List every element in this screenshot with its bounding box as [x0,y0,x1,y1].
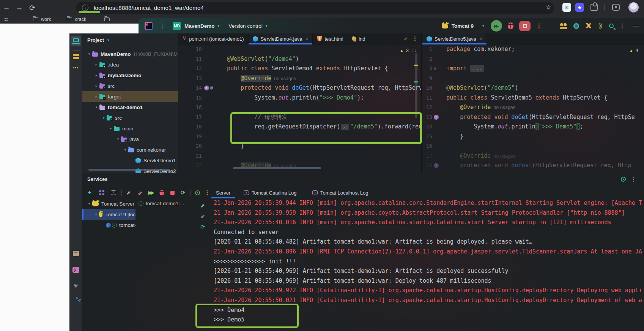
console-tab-tomcat-localhost-log[interactable]: ❯Tomcat Localhost Log [312,187,368,198]
artifact-status[interactable]: ✓ tomcat-demo1:... [139,201,195,206]
code-line[interactable]: 13 @Override no usages [178,74,421,84]
chevron-icon[interactable]: ▸ [93,95,99,98]
bookmark-item[interactable]: crack [67,17,86,22]
settings-wrench-icon[interactable] [585,22,592,29]
tree-item-src[interactable]: ▸<src [82,81,178,91]
run-button[interactable]: ▶▶ [491,20,502,32]
chevron-icon[interactable]: ▸ [93,84,99,88]
terminal-tool-icon[interactable]: ❯_ [72,267,79,273]
more-run-actions-kebab-icon[interactable]: ⋮ [536,22,542,29]
code-line[interactable]: 13↑ protected void doGet(HttpServletRequ… [422,112,644,122]
console-tab-tomcat-catalina-log[interactable]: ❯Tomcat Catalina Log [244,187,297,198]
code-with-me-icon[interactable] [560,23,568,29]
screenshot-icon[interactable] [612,4,620,11]
overrides-gutter-icon[interactable]: ↑ [204,86,209,90]
code-line[interactable]: 16 [178,103,421,112]
tree-item--idea[interactable]: ▸●.idea [82,59,178,70]
chevron-icon[interactable]: ▾ [93,105,99,109]
run-config-selector[interactable]: Tomcat 9 [452,23,474,29]
services-panel-title[interactable]: Services [87,176,108,182]
address-bar[interactable]: i localhost:8888/tomcat_demo1_war/demo4 [76,2,554,14]
editor-servletdemo5[interactable]: 1package com.xekoner;23❯import ...910@We… [422,44,644,173]
service-item-tomcat-9-loc[interactable]: ▾Tomcat 9 [loc [82,209,135,220]
tab-ind[interactable]: ind [348,33,370,44]
services-options-kebab-icon[interactable]: ⋮ [631,176,636,183]
tab-servletdemo5-java[interactable]: ServletDemo5.java× [422,33,487,44]
tree-item-src[interactable]: ▾<src [82,112,178,123]
log-line[interactable]: 21-Jan-2026 20:55:49.972 INFO [Catalina-… [211,286,644,296]
service-item-tomcat-c[interactable]: ✓tomcat-c [82,220,135,230]
chevron-icon[interactable]: ▾ [108,127,114,130]
log-line[interactable]: [2026-01-21 08:55:40,482] Artifact tomca… [211,237,644,247]
folder-icon[interactable] [104,17,110,21]
code-line[interactable]: 17 @Override no usages [422,151,644,161]
chevron-icon[interactable]: ▸ [93,73,99,77]
collapse-all-icon[interactable]: ⇙ [136,188,144,198]
code-line[interactable]: 16 [422,141,644,151]
code-line[interactable]: 9 [422,74,644,84]
log-line[interactable]: 21-Jan-2026 20:55:40.016 INFO [main] org… [211,218,644,228]
tab-test-html[interactable]: 5test.html [313,33,348,44]
profile-avatar[interactable] [628,2,639,13]
rerun-server-button[interactable]: ▶▶ [146,188,155,198]
service-item-tomcat-server[interactable]: ▾Tomcat Server [82,198,135,209]
tree-item-mavendemo[interactable]: ▾MavenDemoH:\0x0B_FUXIAN\Maven [82,49,178,59]
expand-icon[interactable]: ⇗ [403,36,407,41]
log-line[interactable]: Connected to server [211,228,644,238]
window-kebab-icon[interactable]: ⋮ [619,22,625,29]
code-line[interactable]: 10@WebServlet("/demo5") [422,83,644,93]
stop-button[interactable] [519,21,531,31]
project-tool-button[interactable] [71,36,81,46]
redeploy-button[interactable]: ⟳ [179,188,187,198]
forward-icon[interactable]: → [13,1,26,14]
more-tools-icon[interactable]: ••• [73,65,79,70]
overrides-gutter-icon[interactable]: ↑ [434,163,439,168]
chevron-icon[interactable]: ▾ [122,148,128,152]
chevron-icon[interactable]: ▾ [93,212,99,216]
close-icon[interactable]: × [480,36,482,41]
tab-servletdemo4-java[interactable]: ServletDemo4.java× [249,33,313,44]
undeploy-icon[interactable]: ⬋ [198,212,207,220]
console-tab-server[interactable]: Server [216,187,230,198]
close-icon[interactable]: × [305,36,308,41]
build-tool-icon[interactable] [73,251,79,256]
url-text[interactable]: localhost:8888/tomcat_demo1_war/demo4 [94,5,204,11]
tree-item-target[interactable]: ▸⊘target [82,91,178,102]
tree-item-tomcat-demo1[interactable]: ▾tomcat-demo1 [82,102,178,112]
log-line[interactable]: 21-Jan-2026 20:55:39.944 INFO [main] org… [211,198,644,208]
log-line[interactable]: >>>>>>>>>>>>>>> init !!! [211,257,644,267]
code-line[interactable]: 14 System.out.println(">>> Demo5"); [422,122,644,132]
project-badge[interactable]: MD [173,22,181,30]
tree-item-java[interactable]: ▾⚒java [82,134,178,144]
code-line[interactable]: 10 [178,44,421,54]
show-history-icon[interactable] [193,188,202,198]
refresh-icon[interactable]: ⟳ [198,223,207,231]
tree-item-com-xekoner[interactable]: ▾com.xekoner [82,144,178,155]
apps-grid-icon[interactable] [5,18,8,21]
code-line[interactable]: 14↑@ protected void doGet(HttpServletReq… [178,83,421,93]
deploy-icon[interactable]: ⬈ [198,201,207,210]
tree-item-servletdemo1[interactable]: ServletDemo1 [82,155,178,166]
vcs-widget[interactable]: Version control [228,23,262,29]
main-menu-kebab-icon[interactable]: ⋮ [159,22,165,29]
services-tool-icon[interactable] [73,54,79,59]
code-line[interactable]: 3❯import ... [422,64,644,74]
overrides-gutter-icon[interactable]: ↑ [434,115,439,120]
add-to-panel-icon[interactable]: + [109,188,118,198]
project-panel-title[interactable]: Project [87,37,104,43]
plugin-atom-icon[interactable] [597,23,603,29]
debug-tool-icon[interactable]: ✳ [74,283,78,289]
tree-item-mybatisdemo[interactable]: ▸▪mybatisDemo [82,70,178,81]
console-kebab-icon[interactable]: ⋮ [204,188,211,198]
prev-next-arrows[interactable]: ↑ ↓ [411,48,417,53]
tree-item-main[interactable]: ▾main [82,123,178,134]
bookmark-item[interactable]: work [33,17,51,22]
code-line[interactable]: 15 } [422,132,644,142]
back-icon[interactable]: ← [0,1,13,14]
inspection-widget-right[interactable]: ▲ 4 [629,48,638,53]
code-line[interactable]: 18↑ protected void doPost(HttpServletReq… [422,161,644,171]
log-line[interactable]: [2026-01-21 08:55:40,969] Artifact tomca… [211,276,644,286]
code-line[interactable]: 12 @Override no usages [422,103,644,112]
code-line[interactable]: 2 [422,54,644,64]
extension-purple-icon[interactable]: ◆ [575,3,584,12]
